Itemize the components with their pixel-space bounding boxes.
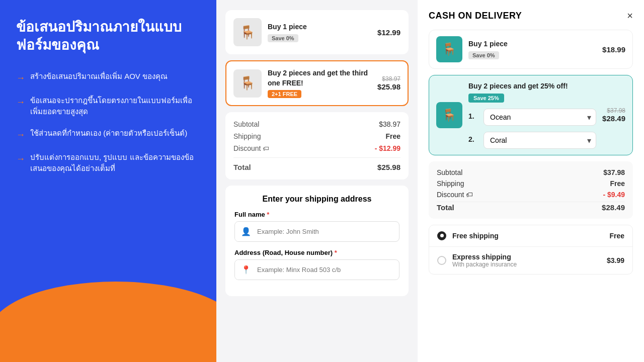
product-card-2[interactable]: 🪑 Buy 2 pieces and get the third one FRE…: [225, 60, 409, 106]
arrow-icon-3: →: [16, 128, 25, 142]
total-label: Total: [233, 163, 251, 171]
address-label: Address (Road, House number) *: [234, 249, 399, 256]
total-value: $25.98: [377, 163, 400, 171]
variant-2-num: 2.: [468, 135, 478, 143]
cod-thumb-1: 🪑: [436, 36, 462, 62]
radio-free[interactable]: [437, 231, 446, 240]
feature-text-3: ใช้ส่วนลดที่กำหนดเอง (ค่าตายตัวหรือเปอร์…: [30, 128, 187, 142]
subtotal-label: Subtotal: [233, 120, 259, 128]
feature-item-4: → ปรับแต่งการออกแบบ, รูปแบบ และข้อความขอ…: [16, 152, 200, 174]
cod-total-value: $28.49: [602, 203, 625, 212]
cod-shipping-value: Free: [610, 179, 625, 188]
cod-total-row: Total $28.49: [437, 203, 625, 212]
free-shipping-label: Free shipping: [452, 232, 603, 240]
variant-1-row: 1. Ocean ▾: [468, 107, 596, 126]
cod-title: CASH ON DELIVERY: [429, 11, 522, 21]
variant-1-select-wrapper[interactable]: Ocean ▾: [484, 109, 596, 126]
cod-product-card-2[interactable]: 🪑 Buy 2 pieces and get 25% off! Save 25%…: [429, 75, 633, 155]
person-icon: 👤: [235, 222, 257, 241]
full-name-group: Full name * 👤: [234, 211, 399, 242]
variant-1-select[interactable]: Ocean: [484, 109, 596, 126]
left-title: ข้อเสนอปริมาณภายในแบบฟอร์มของคุณ: [16, 18, 200, 55]
feature-text-2: ข้อเสนอจะปรากฎขึ้นโดยตรงภายในแบบฟอร์มเพื…: [30, 95, 200, 118]
left-panel: ข้อเสนอปริมาณภายในแบบฟอร์มของคุณ → สร้าง…: [0, 0, 216, 362]
cod-discount-label: Discount 🏷: [437, 191, 473, 199]
close-button[interactable]: ×: [627, 10, 633, 22]
full-name-label: Full name *: [234, 211, 399, 218]
middle-panel: 🪑 Buy 1 piece Save 0% $12.99 🪑 Buy 2 pie…: [216, 0, 418, 362]
cod-subtotal-value: $37.98: [603, 168, 625, 176]
product-price-old-2: $38.97: [377, 75, 400, 82]
summary-total-row: Total $25.98: [233, 163, 400, 171]
discount-value: - $12.99: [375, 144, 400, 152]
product-title-2: Buy 2 pieces and get the third one FREE!: [268, 68, 371, 88]
product-price-1: $12.99: [377, 28, 400, 37]
cod-subtotal-label: Subtotal: [437, 168, 462, 176]
feature-text-1: สร้างข้อเสนอปริมาณเพื่อเพิ่ม AOV ของคุณ: [30, 71, 168, 85]
right-panel: CASH ON DELIVERY × 🪑 Buy 1 piece Save 0%…: [418, 0, 644, 362]
summary-shipping-row: Shipping Free: [233, 132, 400, 140]
product-price-2: $25.98: [377, 82, 400, 91]
product-badge-2: 2+1 FREE: [268, 90, 301, 98]
shipping-form-section: Enter your shipping address Full name * …: [225, 186, 409, 296]
free-shipping-price: Free: [609, 232, 624, 240]
cod-discount-tag-icon: 🏷: [466, 191, 473, 199]
variant-2-row: 2. Coral ▾: [468, 130, 596, 149]
product-title-1: Buy 1 piece: [268, 22, 371, 32]
cod-summary: Subtotal $37.98 Shipping Free Discount 🏷…: [429, 161, 633, 219]
cod-price-old-2: $37.98: [602, 107, 625, 114]
cod-product-price-1: $18.99: [602, 45, 625, 54]
express-shipping-price: $3.99: [607, 256, 624, 264]
summary-discount-row: Discount 🏷 - $12.99: [233, 144, 400, 152]
cod-subtotal-row: Subtotal $37.98: [437, 168, 625, 176]
variant-1-num: 1.: [468, 112, 478, 120]
address-input[interactable]: [257, 261, 399, 279]
address-group: Address (Road, House number) * 📍: [234, 249, 399, 280]
cod-product-title-1: Buy 1 piece: [468, 39, 596, 49]
subtotal-value: $38.97: [379, 120, 400, 128]
express-shipping-label: Express shipping: [452, 253, 601, 261]
full-name-input[interactable]: [257, 223, 399, 240]
cod-price-2: $28.49: [602, 114, 625, 123]
arrow-icon-4: →: [16, 152, 25, 174]
discount-label: Discount 🏷: [233, 144, 269, 152]
variant-2-select[interactable]: Coral: [484, 132, 596, 149]
shipping-option-express[interactable]: Express shipping With package insurance …: [429, 247, 632, 274]
cod-save-badge: Save 25%: [468, 94, 504, 103]
variant-2-select-wrapper[interactable]: Coral ▾: [484, 132, 596, 149]
product-thumb-2: 🪑: [233, 69, 262, 98]
cod-shipping-label: Shipping: [437, 179, 464, 188]
location-icon: 📍: [235, 260, 257, 280]
feature-item-2: → ข้อเสนอจะปรากฎขึ้นโดยตรงภายในแบบฟอร์มเ…: [16, 95, 200, 118]
full-name-input-wrapper[interactable]: 👤: [234, 221, 399, 242]
shipping-form-title: Enter your shipping address: [234, 195, 399, 204]
product-card-1[interactable]: 🪑 Buy 1 piece Save 0% $12.99: [225, 10, 409, 54]
arrow-icon-2: →: [16, 96, 25, 118]
shipping-label: Shipping: [233, 132, 261, 140]
shipping-options: Free shipping Free Express shipping With…: [429, 225, 633, 275]
cod-product-badge-1: Save 0%: [468, 51, 499, 59]
order-summary: Subtotal $38.97 Shipping Free Discount 🏷…: [225, 112, 409, 179]
shipping-option-free[interactable]: Free shipping Free: [429, 225, 632, 247]
product-badge-1: Save 0%: [268, 34, 298, 42]
discount-tag-icon: 🏷: [263, 145, 269, 152]
cod-product-title-2: Buy 2 pieces and get 25% off!: [468, 81, 596, 92]
feature-item-1: → สร้างข้อเสนอปริมาณเพื่อเพิ่ม AOV ของคุ…: [16, 71, 200, 85]
feature-list: → สร้างข้อเสนอปริมาณเพื่อเพิ่ม AOV ของคุ…: [16, 71, 200, 174]
feature-text-4: ปรับแต่งการออกแบบ, รูปแบบ และข้อความของข…: [30, 152, 200, 174]
address-input-wrapper[interactable]: 📍: [234, 259, 399, 280]
shipping-value: Free: [385, 132, 400, 140]
cod-total-label: Total: [437, 203, 454, 212]
cod-thumb-2: 🪑: [436, 102, 462, 128]
cod-discount-row: Discount 🏷 - $9.49: [437, 191, 625, 199]
cod-discount-value: - $9.49: [603, 191, 625, 199]
product-thumb-1: 🪑: [233, 18, 262, 46]
cod-header: CASH ON DELIVERY ×: [429, 10, 633, 22]
radio-express[interactable]: [437, 256, 446, 265]
feature-item-3: → ใช้ส่วนลดที่กำหนดเอง (ค่าตายตัวหรือเปอ…: [16, 128, 200, 142]
express-shipping-sub: With package insurance: [452, 261, 601, 268]
cod-product-card-1[interactable]: 🪑 Buy 1 piece Save 0% $18.99: [429, 30, 633, 69]
summary-subtotal-row: Subtotal $38.97: [233, 120, 400, 128]
cod-shipping-row: Shipping Free: [437, 179, 625, 188]
arrow-icon-1: →: [16, 71, 25, 85]
